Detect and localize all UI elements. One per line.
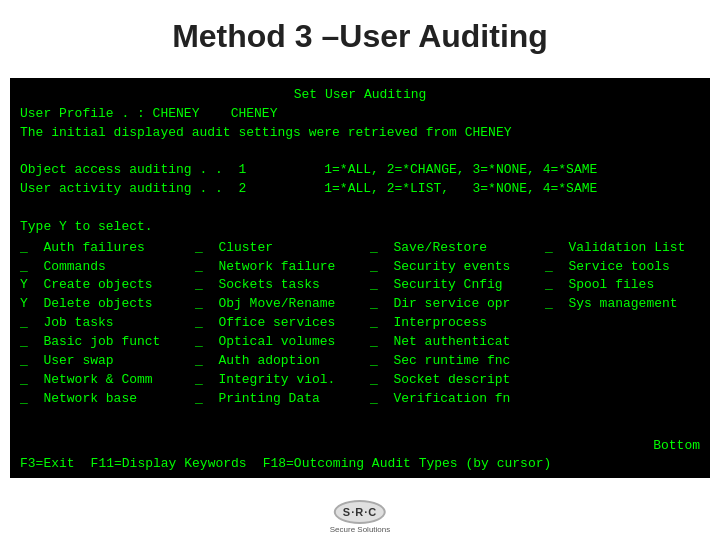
- list-item: [545, 371, 705, 390]
- footer-f11[interactable]: F11=Display Keywords: [91, 455, 247, 474]
- src-logo: S·R·C Secure Solutions: [330, 500, 390, 534]
- terminal-usr-auditing: User activity auditing . . 2 1=*ALL, 2=*…: [20, 180, 700, 199]
- list-item: _ Security events: [370, 258, 545, 277]
- list-item: _ Network failure: [195, 258, 370, 277]
- src-logo-text: S·R·C: [334, 500, 386, 524]
- list-item: [545, 333, 705, 352]
- list-item: _ User swap: [20, 352, 195, 371]
- col3: _ Save/Restore_ Security events_ Securit…: [370, 239, 545, 409]
- list-item: _ Verification fn: [370, 390, 545, 409]
- list-item: _ Security Cnfig: [370, 276, 545, 295]
- list-item: _ Integrity viol.: [195, 371, 370, 390]
- list-item: _ Save/Restore: [370, 239, 545, 258]
- terminal-footer: F3=Exit F11=Display Keywords F18=Outcomi…: [10, 451, 710, 478]
- terminal: Set User Auditing User Profile . : CHENE…: [10, 78, 710, 478]
- list-item: _ Net authenticat: [370, 333, 545, 352]
- slide-container: Method 3 –User Auditing Set User Auditin…: [0, 0, 720, 540]
- list-item: _ Interprocess: [370, 314, 545, 333]
- list-item: _ Sockets tasks: [195, 276, 370, 295]
- list-item: _ Sec runtime fnc: [370, 352, 545, 371]
- footer-f18[interactable]: F18=Outcoming Audit Types (by cursor): [263, 455, 552, 474]
- terminal-columns: _ Auth failures_ CommandsY Create object…: [20, 239, 700, 409]
- terminal-initial: The initial displayed audit settings wer…: [20, 124, 700, 143]
- footer-f3[interactable]: F3=Exit: [20, 455, 75, 474]
- list-item: _ Basic job funct: [20, 333, 195, 352]
- list-item: [545, 390, 705, 409]
- col2: _ Cluster_ Network failure_ Sockets task…: [195, 239, 370, 409]
- terminal-obj-auditing: Object access auditing . . 1 1=*ALL, 2=*…: [20, 161, 700, 180]
- list-item: _ Job tasks: [20, 314, 195, 333]
- list-item: _ Cluster: [195, 239, 370, 258]
- list-item: _ Socket descript: [370, 371, 545, 390]
- list-item: _ Optical volumes: [195, 333, 370, 352]
- list-item: Y Delete objects: [20, 295, 195, 314]
- list-item: _ Auth failures: [20, 239, 195, 258]
- terminal-blank2: [20, 199, 700, 218]
- terminal-type-y: Type Y to select.: [20, 218, 700, 237]
- list-item: Y Create objects: [20, 276, 195, 295]
- terminal-blank1: [20, 143, 700, 162]
- list-item: _ Network base: [20, 390, 195, 409]
- list-item: _ Sys management: [545, 295, 705, 314]
- list-item: _ Network & Comm: [20, 371, 195, 390]
- list-item: _ Auth adoption: [195, 352, 370, 371]
- terminal-user-profile: User Profile . : CHENEY CHENEY: [20, 105, 700, 124]
- list-item: [545, 352, 705, 371]
- list-item: _ Obj Move/Rename: [195, 295, 370, 314]
- list-item: _ Printing Data: [195, 390, 370, 409]
- col1: _ Auth failures_ CommandsY Create object…: [20, 239, 195, 409]
- list-item: _ Validation List: [545, 239, 705, 258]
- slide-title: Method 3 –User Auditing: [0, 0, 720, 65]
- terminal-header: Set User Auditing: [20, 86, 700, 105]
- list-item: [545, 314, 705, 333]
- list-item: _ Dir service opr: [370, 295, 545, 314]
- col4: _ Validation List_ Service tools_ Spool …: [545, 239, 705, 409]
- list-item: _ Commands: [20, 258, 195, 277]
- src-logo-subtext: Secure Solutions: [330, 525, 390, 534]
- list-item: _ Service tools: [545, 258, 705, 277]
- list-item: _ Spool files: [545, 276, 705, 295]
- list-item: _ Office services: [195, 314, 370, 333]
